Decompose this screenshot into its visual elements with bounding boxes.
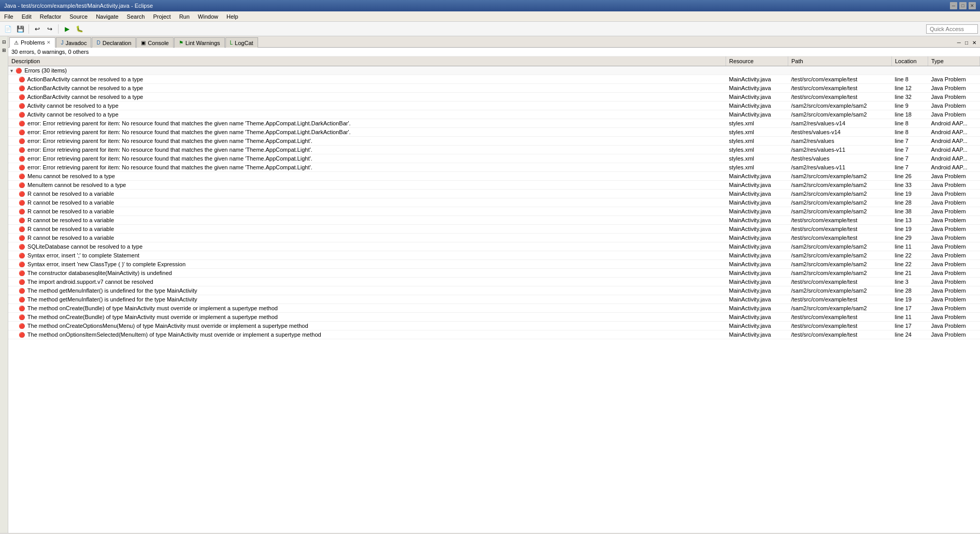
undo-button[interactable]: ↩: [32, 23, 43, 35]
table-row[interactable]: 🔴 Menu cannot be resolved to a type Main…: [8, 172, 980, 181]
table-row[interactable]: 🔴 The method getMenuInflater() is undefi…: [8, 286, 980, 295]
row-type: Java Problem: [928, 260, 980, 269]
table-row[interactable]: 🔴 error: Error retrieving parent for ite…: [8, 163, 980, 172]
table-row[interactable]: 🔴 MenuItem cannot be resolved to a type …: [8, 181, 980, 190]
menu-item-source[interactable]: Source: [65, 12, 92, 21]
table-row[interactable]: 🔴 ActionBarActivity cannot be resolved t…: [8, 75, 980, 84]
debug-button[interactable]: 🐛: [74, 23, 85, 35]
row-type: Android AAP...: [928, 163, 980, 172]
quick-access-input[interactable]: [926, 24, 978, 34]
menu-item-project[interactable]: Project: [149, 12, 175, 21]
menu-item-run[interactable]: Run: [175, 12, 194, 21]
table-row[interactable]: 🔴 R cannot be resolved to a variable Mai…: [8, 234, 980, 242]
new-button[interactable]: 📄: [2, 23, 13, 35]
row-error-icon: 🔴: [19, 112, 25, 118]
row-path: /test/src/com/example/test: [788, 313, 892, 322]
row-location: line 33: [892, 181, 928, 190]
menu-item-help[interactable]: Help: [222, 12, 243, 21]
errors-tbody: ▾ 🔴 Errors (30 items) 🔴 ActionBarActivit…: [8, 66, 980, 339]
close-button[interactable]: ✕: [969, 2, 976, 9]
table-row[interactable]: 🔴 R cannot be resolved to a variable Mai…: [8, 216, 980, 225]
row-path: /sam2/src/com/example/sam2: [788, 269, 892, 278]
row-type: Java Problem: [928, 278, 980, 286]
tab-console[interactable]: ▣ Console: [136, 37, 173, 48]
table-row[interactable]: 🔴 Syntax error, insert 'new ClassType ( …: [8, 260, 980, 269]
menu-item-file[interactable]: File: [0, 12, 18, 21]
row-description: ActionBarActivity cannot be resolved to …: [27, 76, 143, 82]
table-row[interactable]: 🔴 ActionBarActivity cannot be resolved t…: [8, 93, 980, 102]
table-row[interactable]: 🔴 error: Error retrieving parent for ite…: [8, 119, 980, 128]
minimize-view-button[interactable]: ─: [956, 39, 962, 46]
table-row[interactable]: 🔴 ActionBarActivity cannot be resolved t…: [8, 84, 980, 93]
row-location: line 22: [892, 251, 928, 260]
row-error-icon: 🔴: [19, 262, 25, 267]
table-row[interactable]: 🔴 R cannot be resolved to a variable Mai…: [8, 225, 980, 234]
table-row[interactable]: 🔴 error: Error retrieving parent for ite…: [8, 137, 980, 146]
table-row[interactable]: 🔴 error: Error retrieving parent for ite…: [8, 146, 980, 154]
row-description: R cannot be resolved to a variable: [27, 235, 114, 241]
group-expand-icon[interactable]: ▾: [10, 68, 13, 74]
minimize-button[interactable]: ─: [950, 2, 957, 9]
row-description: SQLiteDatabase cannot be resolved to a t…: [27, 243, 143, 250]
table-row[interactable]: 🔴 R cannot be resolved to a variable Mai…: [8, 198, 980, 207]
table-row[interactable]: 🔴 R cannot be resolved to a variable Mai…: [8, 190, 980, 198]
left-tab-btn-2[interactable]: ⊞: [1, 47, 8, 54]
row-location: line 21: [892, 269, 928, 278]
table-row[interactable]: 🔴 Syntax error, insert ';' to complete S…: [8, 251, 980, 260]
redo-button[interactable]: ↪: [44, 23, 55, 35]
tab-problems-close[interactable]: ✕: [47, 40, 51, 45]
problems-table[interactable]: Description Resource Path Location Type …: [8, 56, 980, 533]
table-row[interactable]: 🔴 The method onCreate(Bundle) of type Ma…: [8, 313, 980, 322]
save-button[interactable]: 💾: [15, 23, 26, 35]
table-row[interactable]: 🔴 The method onCreate(Bundle) of type Ma…: [8, 304, 980, 313]
table-row[interactable]: 🔴 error: Error retrieving parent for ite…: [8, 128, 980, 137]
col-header-type[interactable]: Type: [928, 56, 980, 66]
menu-item-edit[interactable]: Edit: [18, 12, 36, 21]
row-type: Java Problem: [928, 172, 980, 181]
row-error-icon: 🔴: [19, 147, 25, 153]
col-header-location[interactable]: Location: [892, 56, 928, 66]
table-row[interactable]: 🔴 Activity cannot be resolved to a type …: [8, 102, 980, 110]
row-type: Java Problem: [928, 110, 980, 119]
menu-item-window[interactable]: Window: [194, 12, 222, 21]
left-tab-btn-1[interactable]: ⊟: [1, 38, 8, 46]
table-row[interactable]: 🔴 The method getMenuInflater() is undefi…: [8, 295, 980, 304]
table-row[interactable]: 🔴 R cannot be resolved to a variable Mai…: [8, 207, 980, 216]
errors-table: Description Resource Path Location Type …: [8, 56, 980, 339]
tab-javadoc[interactable]: J Javadoc: [56, 37, 91, 48]
table-row[interactable]: 🔴 The method onOptionsItemSelected(MenuI…: [8, 330, 980, 339]
menu-item-navigate[interactable]: Navigate: [92, 12, 122, 21]
row-path: /test/res/values: [788, 154, 892, 163]
maximize-view-button[interactable]: □: [963, 39, 970, 46]
row-resource: MainActivity.java: [726, 313, 788, 322]
tab-problems[interactable]: ⚠ Problems ✕: [9, 37, 55, 48]
tab-lint[interactable]: ⚑ Lint Warnings: [174, 37, 225, 48]
row-error-icon: 🔴: [19, 297, 25, 302]
tab-logcat[interactable]: L LogCat: [225, 37, 258, 48]
row-location: line 19: [892, 295, 928, 304]
col-header-description[interactable]: Description: [8, 56, 726, 66]
tab-declaration-label: Declaration: [103, 40, 132, 46]
table-row[interactable]: 🔴 Activity cannot be resolved to a type …: [8, 110, 980, 119]
table-row[interactable]: 🔴 The method onCreateOptionsMenu(Menu) o…: [8, 322, 980, 330]
row-type: Java Problem: [928, 234, 980, 242]
col-header-path[interactable]: Path: [788, 56, 892, 66]
col-header-resource[interactable]: Resource: [726, 56, 788, 66]
row-location: line 12: [892, 84, 928, 93]
row-location: line 38: [892, 207, 928, 216]
row-type: Java Problem: [928, 181, 980, 190]
close-view-button[interactable]: ✕: [971, 39, 978, 46]
menu-item-refactor[interactable]: Refactor: [36, 12, 66, 21]
row-description: error: Error retrieving parent for item:…: [27, 147, 313, 153]
row-type: Java Problem: [928, 216, 980, 225]
table-row[interactable]: 🔴 error: Error retrieving parent for ite…: [8, 154, 980, 163]
menu-item-search[interactable]: Search: [123, 12, 149, 21]
table-row[interactable]: 🔴 SQLiteDatabase cannot be resolved to a…: [8, 242, 980, 251]
run-button[interactable]: ▶: [61, 23, 73, 35]
row-path: /sam2/res/values-v11: [788, 163, 892, 172]
title-bar-buttons[interactable]: ─ □ ✕: [950, 2, 976, 9]
maximize-button[interactable]: □: [959, 2, 967, 9]
tab-declaration[interactable]: D Declaration: [92, 37, 136, 48]
table-row[interactable]: 🔴 The import android.support.v7 cannot b…: [8, 278, 980, 286]
table-row[interactable]: 🔴 The constructor databasesqlite(MainAct…: [8, 269, 980, 278]
